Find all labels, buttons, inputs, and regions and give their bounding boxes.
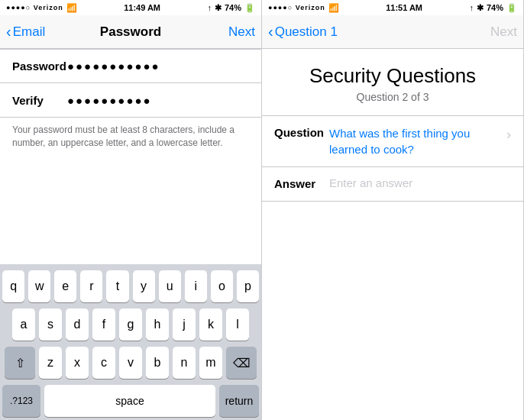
password-row[interactable]: Password ●●●●●●●●●●● [0, 50, 261, 83]
key-c[interactable]: c [92, 347, 115, 379]
key-o[interactable]: o [211, 270, 233, 302]
key-g[interactable]: g [119, 309, 142, 341]
key-v[interactable]: v [119, 347, 142, 379]
direction-icon-2: ↑ [469, 3, 474, 12]
key-q[interactable]: q [2, 270, 24, 302]
key-z[interactable]: z [39, 347, 62, 379]
verify-row[interactable]: Verify ●●●●●●●●●● [0, 83, 261, 117]
status-right-1: ↑ ✱ 74% 🔋 [207, 3, 255, 13]
wifi-icon-1: 📶 [66, 3, 77, 13]
answer-placeholder: Enter an answer [329, 176, 412, 189]
battery-2: 74% [487, 3, 503, 12]
key-r[interactable]: r [80, 270, 102, 302]
bluetooth-icon-2: ✱ [477, 3, 484, 13]
key-d[interactable]: d [66, 309, 89, 341]
key-u[interactable]: u [159, 270, 181, 302]
key-y[interactable]: y [133, 270, 155, 302]
key-numbers[interactable]: .?123 [2, 385, 40, 417]
status-left-1: ●●●●○ Verizon 📶 [6, 3, 77, 13]
key-h[interactable]: h [146, 309, 169, 341]
back-button-1[interactable]: ‹ Email [6, 24, 45, 40]
key-row-4: .?123 space return [2, 385, 259, 417]
signal-dots-1: ●●●●○ Verizon [6, 4, 63, 11]
verify-label: Verify [12, 94, 67, 107]
question-row[interactable]: Question What was the first thing you le… [262, 116, 523, 167]
bluetooth-icon-1: ✱ [215, 3, 222, 13]
keyboard: q w e r t y u i o p a s d f g h j k l ⇧ … [0, 264, 261, 420]
time-2: 11:51 AM [386, 3, 422, 12]
key-x[interactable]: x [66, 347, 89, 379]
back-label-2: Question 1 [275, 24, 338, 40]
password-hint: Your password must be at least 8 charact… [0, 118, 261, 159]
key-n[interactable]: n [173, 347, 196, 379]
status-bar-2: ●●●●○ Verizon 📶 11:51 AM ↑ ✱ 74% 🔋 [262, 0, 523, 15]
key-m[interactable]: m [199, 347, 222, 379]
nav-bar-inner-2: ‹ Question 1 Next [268, 24, 517, 40]
security-title: Security Questions [262, 49, 523, 91]
question-chevron-icon: › [506, 127, 511, 143]
key-i[interactable]: i [185, 270, 207, 302]
key-row-1: q w e r t y u i o p [2, 270, 259, 302]
key-row-3: ⇧ z x c v b n m ⌫ [2, 347, 259, 379]
direction-icon-1: ↑ [207, 3, 212, 12]
question-table: Question What was the first thing you le… [262, 115, 523, 202]
key-f[interactable]: f [92, 309, 115, 341]
status-right-2: ↑ ✱ 74% 🔋 [469, 3, 517, 13]
question-content: What was the first thing you learned to … [329, 125, 511, 157]
key-j[interactable]: j [173, 309, 196, 341]
signal-dots-2: ●●●●○ Verizon [268, 4, 325, 11]
back-label-1: Email [13, 24, 46, 40]
key-delete[interactable]: ⌫ [226, 347, 257, 379]
battery-icon-2: 🔋 [506, 3, 517, 13]
security-content: Security Questions Question 2 of 3 Quest… [262, 49, 523, 420]
key-w[interactable]: w [28, 270, 50, 302]
key-space[interactable]: space [44, 385, 215, 417]
key-shift[interactable]: ⇧ [5, 347, 35, 379]
nav-bar-inner-1: ‹ Email Password Next [6, 24, 255, 40]
key-b[interactable]: b [146, 347, 169, 379]
verify-value: ●●●●●●●●●● [67, 94, 152, 107]
key-row-2: a s d f g h j k l [2, 309, 259, 341]
key-e[interactable]: e [54, 270, 76, 302]
password-screen: ●●●●○ Verizon 📶 11:49 AM ↑ ✱ 74% 🔋 ‹ Ema… [0, 0, 262, 420]
password-form: Password ●●●●●●●●●●● Verify ●●●●●●●●●● [0, 49, 261, 118]
key-s[interactable]: s [39, 309, 62, 341]
key-return[interactable]: return [219, 385, 259, 417]
key-k[interactable]: k [199, 309, 222, 341]
back-button-2[interactable]: ‹ Question 1 [268, 24, 338, 40]
next-button-2[interactable]: Next [490, 24, 517, 40]
battery-icon-1: 🔋 [244, 3, 255, 13]
nav-bar-2: ‹ Question 1 Next [262, 15, 523, 49]
password-label: Password [12, 60, 67, 73]
question-text: What was the first thing you learned to … [329, 125, 500, 157]
next-button-1[interactable]: Next [228, 24, 255, 40]
key-p[interactable]: p [237, 270, 259, 302]
key-l[interactable]: l [226, 309, 249, 341]
battery-1: 74% [225, 3, 241, 12]
password-value: ●●●●●●●●●●● [67, 60, 160, 73]
status-left-2: ●●●●○ Verizon 📶 [268, 3, 339, 13]
answer-field-label: Answer [274, 176, 329, 190]
wifi-icon-2: 📶 [328, 3, 339, 13]
back-chevron-2: ‹ [268, 24, 273, 39]
nav-bar-1: ‹ Email Password Next [0, 15, 261, 49]
answer-row[interactable]: Answer Enter an answer [262, 167, 523, 201]
key-t[interactable]: t [106, 270, 128, 302]
status-bar-1: ●●●●○ Verizon 📶 11:49 AM ↑ ✱ 74% 🔋 [0, 0, 261, 15]
time-1: 11:49 AM [124, 3, 160, 12]
security-subtitle: Question 2 of 3 [262, 91, 523, 115]
nav-title-1: Password [100, 24, 161, 40]
key-a[interactable]: a [12, 309, 35, 341]
question-field-label: Question [274, 125, 329, 139]
security-screen: ●●●●○ Verizon 📶 11:51 AM ↑ ✱ 74% 🔋 ‹ Que… [262, 0, 524, 420]
back-chevron-1: ‹ [6, 24, 11, 39]
